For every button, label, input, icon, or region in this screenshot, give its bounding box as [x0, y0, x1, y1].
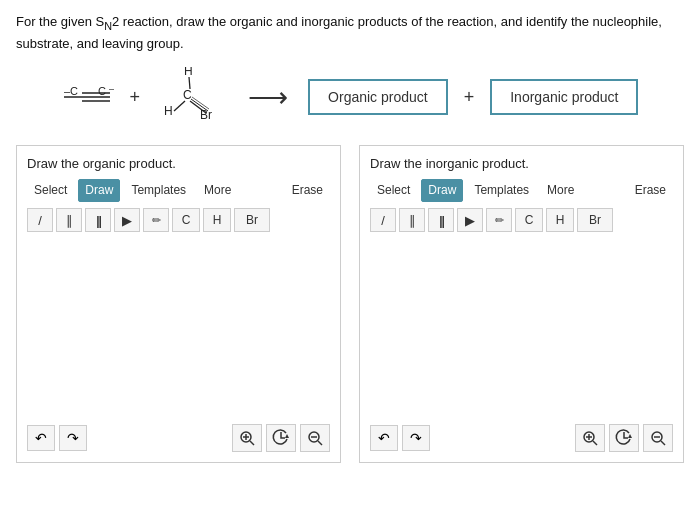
inorganic-atom-c[interactable]: C: [515, 208, 543, 232]
inorganic-tool-triple-bond[interactable]: |||: [428, 208, 454, 232]
organic-draw-btn[interactable]: Draw: [78, 179, 120, 202]
organic-panel-title: Draw the organic product.: [27, 156, 330, 171]
plus-1: +: [126, 87, 145, 108]
inorganic-zoom-controls: [575, 424, 673, 452]
inorganic-panel-title: Draw the inorganic product.: [370, 156, 673, 171]
organic-erase-btn[interactable]: Erase: [285, 179, 330, 202]
svg-text:C: C: [183, 88, 192, 102]
panels-row: Draw the organic product. Select Draw Te…: [16, 145, 684, 463]
svg-line-21: [318, 441, 322, 445]
reaction-equation: –C C – + H H Br C ⟶ Organic product: [16, 67, 684, 127]
inorganic-panel: Draw the inorganic product. Select Draw …: [359, 145, 684, 463]
svg-text:H: H: [164, 104, 173, 118]
organic-undo-redo: ↶ ↷: [27, 425, 87, 451]
inorganic-zoom-reset-btn[interactable]: [609, 424, 639, 452]
organic-product-box: Organic product: [308, 79, 448, 115]
inorganic-toolbar: Select Draw Templates More Erase: [370, 179, 673, 202]
reactant-1: –C C –: [62, 83, 114, 111]
organic-zoom-controls: [232, 424, 330, 452]
inorganic-tool-single-bond[interactable]: /: [370, 208, 396, 232]
inorganic-erase-btn[interactable]: Erase: [628, 179, 673, 202]
reaction-arrow: ⟶: [240, 81, 296, 114]
inorganic-more-btn[interactable]: More: [540, 179, 581, 202]
reactant-2: H H Br C: [156, 67, 228, 127]
organic-zoom-out-btn[interactable]: [300, 424, 330, 452]
inorganic-product-label: Inorganic product: [510, 89, 618, 105]
svg-marker-27: [628, 434, 632, 438]
organic-select-btn[interactable]: Select: [27, 179, 74, 202]
inorganic-tool-arrow[interactable]: ▶: [457, 208, 483, 232]
svg-line-12: [190, 101, 206, 113]
organic-tool-eraser[interactable]: ✏: [143, 208, 169, 232]
description: For the given SN2 reaction, draw the org…: [16, 12, 684, 53]
organic-zoom-in-btn[interactable]: [232, 424, 262, 452]
inorganic-tool-double-bond[interactable]: ∥: [399, 208, 425, 232]
svg-text:–: –: [109, 84, 114, 94]
organic-bottom-controls: ↶ ↷: [27, 424, 330, 452]
inorganic-atom-h[interactable]: H: [546, 208, 574, 232]
inorganic-draw-tools: / ∥ ||| ▶ ✏ C H Br: [370, 208, 673, 232]
inorganic-undo-btn[interactable]: ↶: [370, 425, 398, 451]
inorganic-canvas[interactable]: [370, 238, 673, 418]
organic-zoom-reset-btn[interactable]: [266, 424, 296, 452]
inorganic-redo-btn[interactable]: ↷: [402, 425, 430, 451]
inorganic-product-box: Inorganic product: [490, 79, 638, 115]
inorganic-templates-btn[interactable]: Templates: [467, 179, 536, 202]
plus-2: +: [460, 87, 479, 108]
organic-atom-br[interactable]: Br: [234, 208, 270, 232]
organic-atom-c[interactable]: C: [172, 208, 200, 232]
organic-atom-h[interactable]: H: [203, 208, 231, 232]
organic-panel: Draw the organic product. Select Draw Te…: [16, 145, 341, 463]
organic-draw-tools: / ∥ ||| ▶ ✏ C H Br: [27, 208, 330, 232]
svg-text:C: C: [98, 85, 106, 97]
organic-tool-arrow[interactable]: ▶: [114, 208, 140, 232]
inorganic-select-btn[interactable]: Select: [370, 179, 417, 202]
inorganic-zoom-in-btn[interactable]: [575, 424, 605, 452]
svg-text:–C: –C: [64, 85, 78, 97]
organic-product-label: Organic product: [328, 89, 428, 105]
inorganic-tool-eraser[interactable]: ✏: [486, 208, 512, 232]
inorganic-zoom-out-btn[interactable]: [643, 424, 673, 452]
inorganic-atom-br[interactable]: Br: [577, 208, 613, 232]
svg-line-24: [593, 441, 597, 445]
svg-text:H: H: [184, 67, 193, 78]
inorganic-undo-redo: ↶ ↷: [370, 425, 430, 451]
svg-line-29: [661, 441, 665, 445]
organic-undo-btn[interactable]: ↶: [27, 425, 55, 451]
svg-marker-19: [285, 434, 289, 438]
organic-tool-triple-bond[interactable]: |||: [85, 208, 111, 232]
inorganic-draw-btn[interactable]: Draw: [421, 179, 463, 202]
organic-toolbar: Select Draw Templates More Erase: [27, 179, 330, 202]
inorganic-bottom-controls: ↶ ↷: [370, 424, 673, 452]
svg-line-16: [250, 441, 254, 445]
organic-canvas[interactable]: [27, 238, 330, 418]
organic-tool-single-bond[interactable]: /: [27, 208, 53, 232]
svg-line-11: [174, 101, 185, 111]
organic-more-btn[interactable]: More: [197, 179, 238, 202]
organic-tool-double-bond[interactable]: ∥: [56, 208, 82, 232]
organic-templates-btn[interactable]: Templates: [124, 179, 193, 202]
organic-redo-btn[interactable]: ↷: [59, 425, 87, 451]
